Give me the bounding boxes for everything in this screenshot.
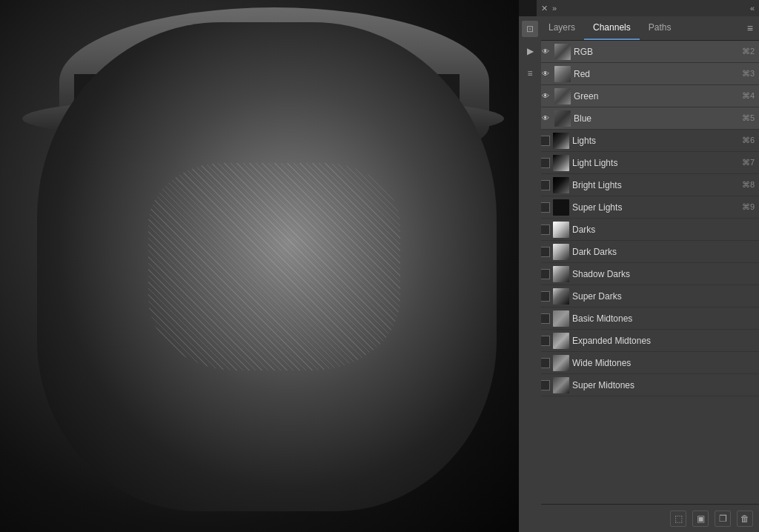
channel-row-lights[interactable]: Lights⌘6: [537, 130, 759, 152]
tab-channels[interactable]: Channels: [584, 16, 640, 40]
channel-row-blue[interactable]: 👁Blue⌘5: [537, 107, 759, 130]
channel-name-dark-darks: Dark Darks: [572, 247, 755, 257]
selection-button[interactable]: ⬚: [670, 511, 686, 527]
visibility-eye-green[interactable]: 👁: [540, 90, 551, 102]
channel-row-wide-midtones[interactable]: Wide Midtones: [537, 352, 759, 374]
channel-name-light-lights: Light Lights: [572, 158, 739, 168]
panel-menu-icon[interactable]: ≡: [744, 19, 756, 37]
channel-row-bright-lights[interactable]: Bright Lights⌘8: [537, 174, 759, 196]
channel-name-basic-midtones: Basic Midtones: [572, 313, 755, 324]
channel-row-dark-darks[interactable]: Dark Darks: [537, 241, 759, 263]
visibility-checkbox-super-lights[interactable]: [540, 202, 550, 213]
channel-row-super-midtones[interactable]: Super Midtones: [537, 374, 759, 396]
visibility-checkbox-super-midtones[interactable]: [540, 380, 550, 390]
panel-tabs: Layers Channels Paths ≡: [537, 16, 759, 41]
channel-row-basic-midtones[interactable]: Basic Midtones: [537, 307, 759, 330]
collapse-icon[interactable]: «: [750, 4, 755, 13]
play-sidebar-icon[interactable]: ▶: [522, 43, 538, 59]
channel-shortcut-bright-lights: ⌘8: [742, 180, 755, 190]
channel-thumb-blue: [554, 110, 571, 127]
channel-thumb-lights: [553, 133, 569, 149]
channel-name-rgb: RGB: [574, 47, 739, 57]
visibility-checkbox-bright-lights[interactable]: [540, 180, 550, 190]
channel-row-rgb[interactable]: 👁RGB⌘2: [537, 41, 759, 63]
close-icon[interactable]: ✕: [541, 4, 548, 13]
channel-name-bright-lights: Bright Lights: [572, 180, 739, 190]
channels-panel: ✕ » « Layers Channels Paths ≡ 👁RGB⌘2👁Red…: [537, 0, 759, 532]
visibility-checkbox-dark-darks[interactable]: [540, 247, 550, 257]
channel-shortcut-rgb: ⌘2: [742, 47, 755, 56]
channel-shortcut-blue: ⌘5: [742, 113, 755, 123]
channel-thumb-darks: [553, 222, 569, 238]
visibility-checkbox-light-lights[interactable]: [540, 158, 550, 168]
bottom-toolbar: ⬚ ▣ ❐ 🗑: [537, 504, 759, 532]
visibility-checkbox-shadow-darks[interactable]: [540, 269, 550, 279]
channel-row-super-lights[interactable]: Super Lights⌘9: [537, 196, 759, 219]
channel-row-super-darks[interactable]: Super Darks: [537, 285, 759, 307]
channel-shortcut-light-lights: ⌘7: [742, 158, 755, 167]
channel-thumb-red: [554, 66, 571, 82]
channel-thumb-shadow-darks: [553, 266, 569, 282]
channel-shortcut-green: ⌘4: [742, 91, 755, 101]
channel-name-super-darks: Super Darks: [572, 291, 755, 302]
channel-thumb-basic-midtones: [553, 310, 569, 327]
visibility-eye-red[interactable]: 👁: [540, 68, 551, 80]
visibility-eye-blue[interactable]: 👁: [540, 113, 551, 124]
channels-sidebar-icon[interactable]: ⊡: [522, 21, 538, 37]
sidebar-icons: ⊡ ▶ ≡: [519, 16, 541, 532]
channel-thumb-green: [554, 88, 571, 104]
channel-name-lights: Lights: [572, 136, 739, 146]
channel-thumb-dark-darks: [553, 244, 569, 260]
photo-background: [0, 0, 519, 532]
channel-name-shadow-darks: Shadow Darks: [572, 269, 755, 279]
channel-name-darks: Darks: [572, 225, 755, 235]
channel-thumb-super-darks: [553, 288, 569, 305]
layers-sidebar-icon[interactable]: ≡: [522, 65, 538, 82]
channel-shortcut-super-lights: ⌘9: [742, 202, 755, 212]
channel-row-light-lights[interactable]: Light Lights⌘7: [537, 152, 759, 174]
channel-name-blue: Blue: [574, 113, 739, 124]
channel-shortcut-red: ⌘3: [742, 69, 755, 79]
panel-topbar: ✕ » «: [537, 0, 759, 16]
channel-name-super-lights: Super Lights: [572, 202, 739, 213]
channel-name-green: Green: [574, 91, 739, 102]
tab-paths[interactable]: Paths: [640, 16, 680, 40]
channel-row-shadow-darks[interactable]: Shadow Darks: [537, 263, 759, 285]
channel-row-expanded-mid[interactable]: Expanded Midtones: [537, 330, 759, 352]
channel-shortcut-lights: ⌘6: [742, 136, 755, 145]
channel-thumb-expanded-mid: [553, 333, 569, 349]
tab-layers[interactable]: Layers: [540, 16, 584, 40]
selection-hatching: [148, 163, 400, 370]
channel-name-wide-midtones: Wide Midtones: [572, 358, 755, 368]
channel-name-expanded-mid: Expanded Midtones: [572, 336, 755, 346]
channel-thumb-super-midtones: [553, 377, 569, 393]
channels-list[interactable]: 👁RGB⌘2👁Red⌘3👁Green⌘4👁Blue⌘5Lights⌘6Light…: [537, 41, 759, 504]
visibility-checkbox-wide-midtones[interactable]: [540, 358, 550, 368]
channel-thumb-bright-lights: [553, 177, 569, 193]
channel-row-red[interactable]: 👁Red⌘3: [537, 63, 759, 85]
duplicate-channel-button[interactable]: ❐: [715, 511, 731, 527]
visibility-checkbox-basic-midtones[interactable]: [540, 313, 550, 324]
visibility-checkbox-expanded-mid[interactable]: [540, 336, 550, 346]
visibility-checkbox-darks[interactable]: [540, 225, 550, 235]
visibility-checkbox-super-darks[interactable]: [540, 291, 550, 302]
channel-row-darks[interactable]: Darks: [537, 219, 759, 241]
channel-thumb-wide-midtones: [553, 355, 569, 371]
delete-channel-button[interactable]: 🗑: [737, 511, 753, 527]
channel-thumb-super-lights: [553, 199, 569, 216]
channel-thumb-rgb: [554, 44, 571, 60]
channel-name-red: Red: [574, 69, 739, 79]
channel-row-green[interactable]: 👁Green⌘4: [537, 85, 759, 107]
channel-thumb-light-lights: [553, 155, 569, 171]
visibility-eye-rgb[interactable]: 👁: [540, 46, 551, 58]
channel-name-super-midtones: Super Midtones: [572, 380, 755, 390]
save-selection-button[interactable]: ▣: [692, 511, 709, 527]
visibility-checkbox-lights[interactable]: [540, 136, 550, 146]
expand-icon[interactable]: »: [552, 4, 557, 13]
